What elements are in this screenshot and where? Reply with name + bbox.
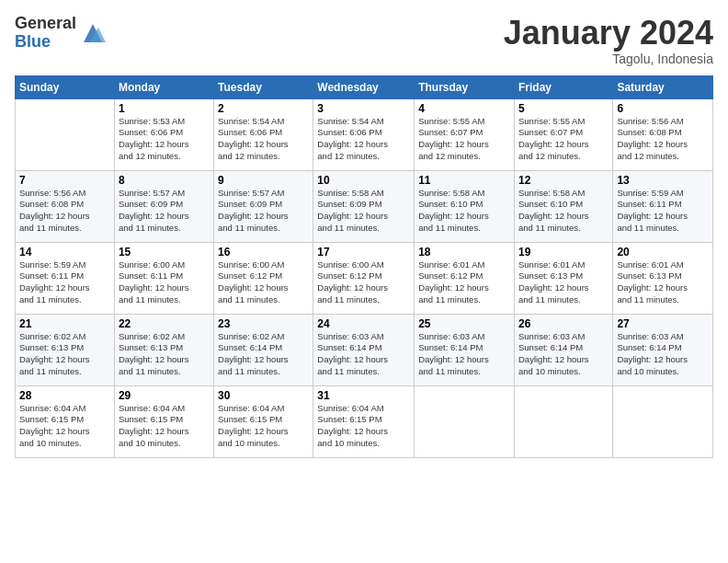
- table-row: 9Sunrise: 5:57 AM Sunset: 6:09 PM Daylig…: [214, 170, 313, 242]
- col-saturday: Saturday: [613, 75, 713, 98]
- day-detail: Sunrise: 6:04 AM Sunset: 6:15 PM Dayligh…: [218, 403, 309, 450]
- day-number: 22: [119, 317, 210, 330]
- day-detail: Sunrise: 5:59 AM Sunset: 6:11 PM Dayligh…: [617, 188, 709, 235]
- table-row: 7Sunrise: 5:56 AM Sunset: 6:08 PM Daylig…: [16, 170, 115, 242]
- day-number: 15: [119, 246, 210, 259]
- col-monday: Monday: [114, 75, 213, 98]
- day-number: 19: [518, 246, 609, 259]
- day-number: 18: [418, 246, 510, 259]
- table-row: 29Sunrise: 6:04 AM Sunset: 6:15 PM Dayli…: [114, 385, 213, 457]
- day-detail: Sunrise: 6:01 AM Sunset: 6:13 PM Dayligh…: [617, 259, 709, 306]
- day-detail: Sunrise: 5:56 AM Sunset: 6:08 PM Dayligh…: [19, 188, 110, 235]
- day-number: 8: [119, 174, 210, 187]
- day-detail: Sunrise: 5:57 AM Sunset: 6:09 PM Dayligh…: [119, 188, 210, 235]
- day-detail: Sunrise: 6:02 AM Sunset: 6:13 PM Dayligh…: [19, 331, 110, 378]
- day-detail: Sunrise: 5:55 AM Sunset: 6:07 PM Dayligh…: [518, 116, 609, 163]
- table-row: 25Sunrise: 6:03 AM Sunset: 6:14 PM Dayli…: [415, 314, 515, 385]
- day-detail: Sunrise: 5:54 AM Sunset: 6:06 PM Dayligh…: [317, 116, 410, 163]
- subtitle: Tagolu, Indonesia: [504, 52, 713, 66]
- day-detail: Sunrise: 5:58 AM Sunset: 6:10 PM Dayligh…: [418, 188, 510, 235]
- table-row: [16, 98, 115, 170]
- day-detail: Sunrise: 5:55 AM Sunset: 6:07 PM Dayligh…: [418, 116, 510, 163]
- col-thursday: Thursday: [415, 75, 515, 98]
- day-detail: Sunrise: 6:04 AM Sunset: 6:15 PM Dayligh…: [19, 403, 110, 450]
- day-detail: Sunrise: 6:04 AM Sunset: 6:15 PM Dayligh…: [119, 403, 210, 450]
- table-row: 12Sunrise: 5:58 AM Sunset: 6:10 PM Dayli…: [514, 170, 612, 242]
- col-wednesday: Wednesday: [313, 75, 415, 98]
- day-number: 16: [218, 246, 309, 259]
- day-detail: Sunrise: 6:03 AM Sunset: 6:14 PM Dayligh…: [617, 331, 709, 378]
- table-row: 4Sunrise: 5:55 AM Sunset: 6:07 PM Daylig…: [415, 98, 515, 170]
- day-detail: Sunrise: 6:03 AM Sunset: 6:14 PM Dayligh…: [518, 331, 609, 378]
- table-row: 21Sunrise: 6:02 AM Sunset: 6:13 PM Dayli…: [16, 314, 115, 385]
- day-number: 7: [19, 174, 110, 187]
- header-row: Sunday Monday Tuesday Wednesday Thursday…: [16, 75, 713, 98]
- page: General Blue January 2024 Tagolu, Indone…: [0, 0, 728, 563]
- calendar-week-0: 1Sunrise: 5:53 AM Sunset: 6:06 PM Daylig…: [16, 98, 713, 170]
- day-detail: Sunrise: 5:58 AM Sunset: 6:10 PM Dayligh…: [518, 188, 609, 235]
- day-detail: Sunrise: 6:03 AM Sunset: 6:14 PM Dayligh…: [418, 331, 510, 378]
- table-row: 17Sunrise: 6:00 AM Sunset: 6:12 PM Dayli…: [313, 242, 415, 314]
- col-tuesday: Tuesday: [214, 75, 313, 98]
- day-number: 14: [19, 246, 110, 259]
- day-number: 25: [418, 317, 510, 330]
- table-row: 1Sunrise: 5:53 AM Sunset: 6:06 PM Daylig…: [114, 98, 213, 170]
- day-detail: Sunrise: 6:02 AM Sunset: 6:13 PM Dayligh…: [119, 331, 210, 378]
- day-detail: Sunrise: 5:57 AM Sunset: 6:09 PM Dayligh…: [218, 188, 309, 235]
- day-number: 28: [19, 389, 110, 402]
- day-number: 11: [418, 174, 510, 187]
- day-number: 12: [518, 174, 609, 187]
- table-row: 19Sunrise: 6:01 AM Sunset: 6:13 PM Dayli…: [514, 242, 612, 314]
- day-number: 13: [617, 174, 709, 187]
- table-row: 2Sunrise: 5:54 AM Sunset: 6:06 PM Daylig…: [214, 98, 313, 170]
- day-number: 21: [19, 317, 110, 330]
- day-detail: Sunrise: 6:00 AM Sunset: 6:12 PM Dayligh…: [218, 259, 309, 306]
- day-number: 27: [617, 317, 709, 330]
- calendar-week-4: 28Sunrise: 6:04 AM Sunset: 6:15 PM Dayli…: [16, 385, 713, 457]
- day-detail: Sunrise: 6:01 AM Sunset: 6:13 PM Dayligh…: [518, 259, 609, 306]
- day-detail: Sunrise: 5:58 AM Sunset: 6:09 PM Dayligh…: [317, 188, 410, 235]
- day-number: 2: [218, 102, 309, 115]
- day-number: 1: [119, 102, 210, 115]
- table-row: [613, 385, 713, 457]
- table-row: 26Sunrise: 6:03 AM Sunset: 6:14 PM Dayli…: [514, 314, 612, 385]
- col-sunday: Sunday: [16, 75, 115, 98]
- table-row: 6Sunrise: 5:56 AM Sunset: 6:08 PM Daylig…: [613, 98, 713, 170]
- table-row: 24Sunrise: 6:03 AM Sunset: 6:14 PM Dayli…: [313, 314, 415, 385]
- table-row: [514, 385, 612, 457]
- day-number: 29: [119, 389, 210, 402]
- day-number: 24: [317, 317, 410, 330]
- table-row: 5Sunrise: 5:55 AM Sunset: 6:07 PM Daylig…: [514, 98, 612, 170]
- logo-icon: [80, 20, 106, 46]
- table-row: 3Sunrise: 5:54 AM Sunset: 6:06 PM Daylig…: [313, 98, 415, 170]
- day-number: 5: [518, 102, 609, 115]
- day-detail: Sunrise: 6:04 AM Sunset: 6:15 PM Dayligh…: [317, 403, 410, 450]
- logo-blue: Blue: [15, 33, 76, 52]
- table-row: 28Sunrise: 6:04 AM Sunset: 6:15 PM Dayli…: [16, 385, 115, 457]
- calendar-table: Sunday Monday Tuesday Wednesday Thursday…: [15, 75, 713, 458]
- table-row: [415, 385, 515, 457]
- day-number: 26: [518, 317, 609, 330]
- day-detail: Sunrise: 5:54 AM Sunset: 6:06 PM Dayligh…: [218, 116, 309, 163]
- logo-text: General Blue: [15, 15, 76, 52]
- table-row: 27Sunrise: 6:03 AM Sunset: 6:14 PM Dayli…: [613, 314, 713, 385]
- table-row: 18Sunrise: 6:01 AM Sunset: 6:12 PM Dayli…: [415, 242, 515, 314]
- table-row: 10Sunrise: 5:58 AM Sunset: 6:09 PM Dayli…: [313, 170, 415, 242]
- day-number: 31: [317, 389, 410, 402]
- day-number: 4: [418, 102, 510, 115]
- table-row: 20Sunrise: 6:01 AM Sunset: 6:13 PM Dayli…: [613, 242, 713, 314]
- table-row: 14Sunrise: 5:59 AM Sunset: 6:11 PM Dayli…: [16, 242, 115, 314]
- day-number: 30: [218, 389, 309, 402]
- header: General Blue January 2024 Tagolu, Indone…: [15, 15, 713, 66]
- day-number: 17: [317, 246, 410, 259]
- logo: General Blue: [15, 15, 106, 52]
- title-area: January 2024 Tagolu, Indonesia: [504, 15, 713, 66]
- day-number: 23: [218, 317, 309, 330]
- table-row: 16Sunrise: 6:00 AM Sunset: 6:12 PM Dayli…: [214, 242, 313, 314]
- table-row: 13Sunrise: 5:59 AM Sunset: 6:11 PM Dayli…: [613, 170, 713, 242]
- logo-general: General: [15, 15, 76, 33]
- calendar-week-3: 21Sunrise: 6:02 AM Sunset: 6:13 PM Dayli…: [16, 314, 713, 385]
- month-title: January 2024: [504, 15, 713, 52]
- day-detail: Sunrise: 6:00 AM Sunset: 6:12 PM Dayligh…: [317, 259, 410, 306]
- col-friday: Friday: [514, 75, 612, 98]
